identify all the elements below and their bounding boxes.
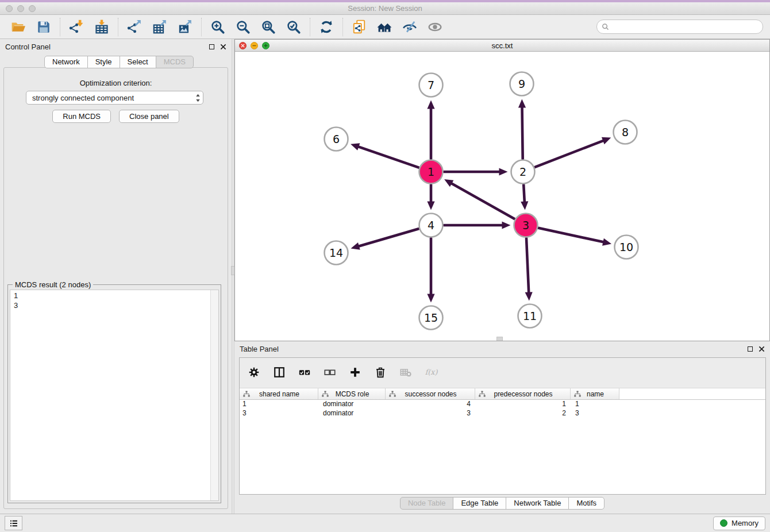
zoom-fit-button[interactable] <box>260 19 276 35</box>
edge-1-4[interactable] <box>427 185 434 210</box>
svg-text:3: 3 <box>522 219 529 232</box>
column-header-MCDS-role[interactable]: MCDS role <box>318 388 386 399</box>
tab-network[interactable]: Network <box>44 56 88 68</box>
node-1[interactable]: 1 <box>419 160 443 184</box>
clone-network-button[interactable] <box>351 19 367 35</box>
mcds-result-box: 1 3 <box>10 290 219 501</box>
node-8[interactable]: 8 <box>614 121 637 144</box>
add-row-button[interactable] <box>349 366 363 380</box>
tab-select[interactable]: Select <box>120 56 156 68</box>
network-graph[interactable]: 7968124314101511 <box>235 52 769 341</box>
node-9[interactable]: 9 <box>510 72 534 96</box>
edge-4-15[interactable] <box>427 238 434 303</box>
network-canvas[interactable]: 7968124314101511 <box>235 52 769 341</box>
cell-successor-nodes[interactable]: 4 <box>386 400 475 409</box>
cell-successor-nodes[interactable]: 3 <box>386 409 475 418</box>
criterion-dropdown[interactable]: strongly connected component <box>26 91 203 105</box>
edge-2-9[interactable] <box>518 99 526 159</box>
mcds-result-scrollbar[interactable] <box>210 290 218 500</box>
edge-1-7[interactable] <box>427 101 434 159</box>
export-table-button[interactable] <box>152 19 168 35</box>
svg-text:8: 8 <box>622 126 629 138</box>
first-neighbors-button[interactable] <box>376 19 392 35</box>
svg-text:10: 10 <box>619 241 633 253</box>
clone-network-icon <box>352 20 367 34</box>
tab-motifs[interactable]: Motifs <box>568 497 605 510</box>
run-mcds-button[interactable]: Run MCDS <box>52 110 111 123</box>
tab-node-table[interactable]: Node Table <box>400 497 454 510</box>
columns-button[interactable] <box>273 366 287 380</box>
import-table-button[interactable] <box>94 19 110 35</box>
edge-2-3[interactable] <box>521 184 528 210</box>
edge-1-2[interactable] <box>444 168 508 175</box>
svg-text:15: 15 <box>424 311 438 324</box>
open-folder-button[interactable] <box>10 19 26 35</box>
import-table-icon <box>94 20 109 34</box>
gear-button[interactable] <box>248 366 261 380</box>
hide-selected-button[interactable] <box>402 19 418 35</box>
node-2[interactable]: 2 <box>511 160 535 184</box>
zoom-out-button[interactable] <box>235 19 251 35</box>
deselect-all-button[interactable] <box>324 366 337 380</box>
delete-row-button[interactable] <box>374 366 388 380</box>
cell-name[interactable]: 3 <box>571 409 619 418</box>
column-header-name[interactable]: name <box>571 388 619 399</box>
tab-mcds[interactable]: MCDS <box>156 56 194 68</box>
zoom-in-button[interactable] <box>210 19 226 35</box>
tab-network-table[interactable]: Network Table <box>506 497 569 510</box>
cell-MCDS-role[interactable]: dominator <box>318 409 386 418</box>
column-header-successor-nodes[interactable]: successor nodes <box>386 388 475 399</box>
save-session-button[interactable] <box>36 19 52 35</box>
edge-3-1[interactable] <box>444 179 514 219</box>
table-panel-float-button[interactable] <box>748 346 753 352</box>
table-tabs: Node TableEdge TableNetwork TableMotifs <box>234 497 770 510</box>
node-7[interactable]: 7 <box>419 74 443 97</box>
table-row[interactable]: 1dominator411 <box>240 400 765 409</box>
column-header-predecessor-nodes[interactable]: predecessor nodes <box>475 388 571 399</box>
search-input[interactable] <box>610 22 759 31</box>
cell-MCDS-role[interactable]: dominator <box>318 400 386 409</box>
column-header-shared-name[interactable]: shared name <box>240 388 318 399</box>
memory-button[interactable]: Memory <box>713 516 765 530</box>
tab-style[interactable]: Style <box>87 56 120 68</box>
refresh-layout-button[interactable] <box>318 19 334 35</box>
task-history-button[interactable] <box>5 516 22 530</box>
columns-icon <box>273 366 287 380</box>
cell-predecessor-nodes[interactable]: 1 <box>475 400 571 409</box>
node-10[interactable]: 10 <box>615 236 638 259</box>
zoom-fit-icon <box>261 20 276 34</box>
show-all-icon <box>428 20 442 34</box>
network-window-titlebar: scc.txt <box>235 40 769 52</box>
edge-1-6[interactable] <box>351 143 419 167</box>
export-image-button[interactable] <box>177 19 193 35</box>
import-network-button[interactable] <box>68 19 84 35</box>
close-panel-button[interactable]: Close panel <box>119 110 179 123</box>
export-network-button[interactable] <box>126 19 143 35</box>
table-panel-close-button[interactable] <box>759 346 765 352</box>
node-4[interactable]: 4 <box>419 214 443 237</box>
node-14[interactable]: 14 <box>325 241 348 265</box>
edge-3-10[interactable] <box>538 228 611 246</box>
control-panel-float-button[interactable] <box>209 44 214 49</box>
cell-predecessor-nodes[interactable]: 2 <box>475 409 571 418</box>
node-11[interactable]: 11 <box>518 304 542 328</box>
control-panel-close-button[interactable] <box>220 44 226 50</box>
tab-edge-table[interactable]: Edge Table <box>453 497 506 510</box>
cell-name[interactable]: 1 <box>571 400 619 409</box>
select-all-button[interactable] <box>298 366 312 380</box>
cell-shared-name[interactable]: 1 <box>240 400 318 409</box>
node-15[interactable]: 15 <box>419 306 443 330</box>
edge-4-3[interactable] <box>444 221 511 229</box>
table-row[interactable]: 3dominator323 <box>240 409 765 418</box>
node-6[interactable]: 6 <box>325 128 348 151</box>
horizontal-splitter-handle[interactable] <box>496 337 503 341</box>
search-field[interactable] <box>596 20 763 34</box>
cell-shared-name[interactable]: 3 <box>240 409 318 418</box>
edge-3-11[interactable] <box>525 238 533 300</box>
edge-4-14[interactable] <box>351 229 418 249</box>
zoom-in-icon <box>210 20 225 34</box>
edge-2-8[interactable] <box>535 137 611 167</box>
zoom-selected-button[interactable] <box>286 19 302 35</box>
show-all-button[interactable] <box>427 19 443 35</box>
node-3[interactable]: 3 <box>514 214 538 237</box>
